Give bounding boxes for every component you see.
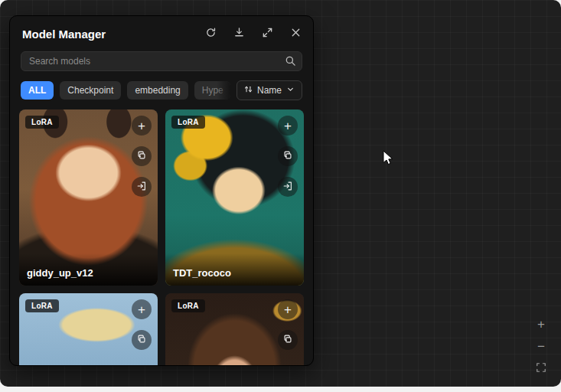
model-manager-panel: Model Manager	[9, 15, 314, 366]
model-card-grid: LoRA +	[19, 109, 304, 366]
model-card[interactable]: LoRA +	[165, 109, 304, 286]
search-bar	[21, 51, 302, 71]
chevron-down-icon	[285, 84, 295, 96]
canvas[interactable]: Model Manager	[0, 0, 561, 387]
card-actions: +	[278, 299, 298, 350]
download-icon	[233, 27, 245, 41]
import-icon	[282, 181, 293, 194]
download-button[interactable]	[232, 27, 246, 41]
filter-chip-hypernetwork[interactable]: Hype	[194, 81, 230, 100]
add-model-button[interactable]: +	[278, 299, 298, 319]
filter-row: ALL Checkpoint embedding Hype Name	[21, 80, 302, 100]
sort-label: Name	[257, 85, 282, 96]
expand-button[interactable]	[260, 27, 274, 41]
add-model-button[interactable]: +	[132, 299, 152, 319]
mouse-cursor	[383, 150, 395, 170]
add-model-button[interactable]: +	[278, 116, 298, 136]
plus-icon: +	[138, 119, 145, 132]
model-card[interactable]: LoRA +	[165, 293, 304, 366]
plus-icon: +	[537, 318, 545, 331]
expand-icon	[262, 27, 273, 41]
close-button[interactable]	[289, 27, 302, 41]
card-actions: +	[278, 116, 298, 197]
import-model-button[interactable]	[132, 177, 152, 197]
model-type-badge: LoRA	[25, 299, 59, 312]
add-model-button[interactable]: +	[132, 116, 152, 136]
filter-chip-all[interactable]: ALL	[21, 81, 54, 100]
import-icon	[136, 181, 147, 194]
plus-icon: +	[284, 303, 292, 316]
filter-chip-checkpoint[interactable]: Checkpoint	[60, 81, 121, 100]
minus-icon: −	[537, 340, 545, 353]
copy-model-button[interactable]	[132, 146, 152, 166]
copy-model-button[interactable]	[278, 146, 298, 166]
copy-icon	[136, 150, 147, 163]
import-model-button[interactable]	[278, 177, 298, 197]
zoom-controls: + −	[533, 316, 549, 376]
copy-model-button[interactable]	[132, 330, 152, 350]
refresh-icon	[205, 27, 217, 41]
panel-header: Model Manager	[10, 16, 313, 45]
model-type-badge: LoRA	[171, 116, 205, 129]
refresh-button[interactable]	[204, 27, 217, 41]
search-icon	[285, 55, 296, 70]
copy-icon	[282, 150, 293, 163]
filter-chip-embedding[interactable]: embedding	[127, 81, 188, 100]
copy-icon	[282, 334, 293, 347]
plus-icon: +	[138, 303, 145, 316]
plus-icon: +	[284, 119, 292, 132]
model-type-badge: LoRA	[25, 116, 59, 129]
zoom-out-button[interactable]: −	[533, 338, 549, 354]
sort-icon	[243, 84, 253, 96]
model-name: giddy_up_v12	[19, 253, 158, 286]
search-input[interactable]	[21, 51, 302, 71]
fit-view-button[interactable]	[533, 361, 549, 376]
card-actions: +	[132, 116, 152, 197]
model-name: TDT_rococo	[165, 253, 304, 286]
card-actions: +	[132, 299, 152, 350]
sort-dropdown[interactable]: Name	[236, 80, 302, 100]
copy-model-button[interactable]	[278, 330, 298, 350]
zoom-in-button[interactable]: +	[533, 316, 549, 332]
model-card[interactable]: LoRA +	[19, 293, 158, 366]
fit-view-icon	[536, 362, 546, 375]
close-icon	[290, 27, 302, 41]
copy-icon	[136, 334, 147, 347]
page-title: Model Manager	[22, 28, 106, 41]
model-card[interactable]: LoRA +	[19, 109, 158, 286]
model-type-badge: LoRA	[171, 299, 205, 312]
panel-toolbar	[204, 27, 302, 41]
